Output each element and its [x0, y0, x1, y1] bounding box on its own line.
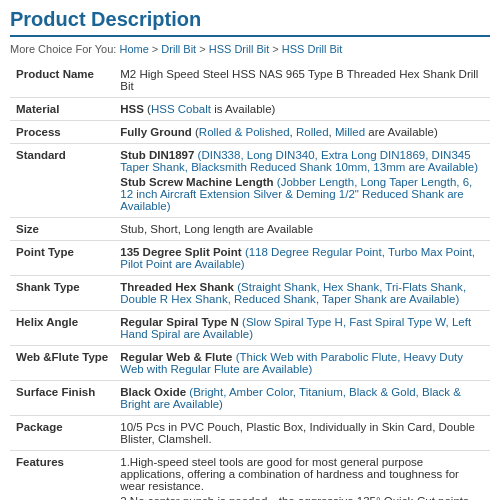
link-din338[interactable]: DIN338: [201, 149, 240, 161]
breadcrumb-hss-drill-bit-2[interactable]: HSS Drill Bit: [282, 43, 343, 55]
link-rolled[interactable]: Rolled: [296, 126, 329, 138]
value-shank-type: Threaded Hex Shank (Straight Shank, Hex …: [114, 276, 490, 311]
link-titanium[interactable]: Titanium: [299, 386, 343, 398]
page-wrapper: Product Description More Choice For You:…: [0, 0, 500, 500]
link-black-gold[interactable]: Black & Gold: [349, 386, 415, 398]
label-point-type: Point Type: [10, 241, 114, 276]
link-taper-shank[interactable]: Taper Shank: [322, 293, 387, 305]
page-title: Product Description: [10, 8, 490, 37]
row-features: Features 1.High-speed steel tools are go…: [10, 451, 490, 501]
link-milled[interactable]: Milled: [335, 126, 365, 138]
row-standard: Standard Stub DIN1897 (DIN338, Long DIN3…: [10, 144, 490, 218]
breadcrumb-hss-drill-bit-1[interactable]: HSS Drill Bit: [209, 43, 270, 55]
row-web-flute: Web &Flute Type Regular Web & Flute (Thi…: [10, 346, 490, 381]
label-material: Material: [10, 98, 114, 121]
feature-1: 1.High-speed steel tools are good for mo…: [120, 456, 484, 492]
link-turbo-max[interactable]: Turbo Max Point: [388, 246, 472, 258]
value-helix-angle: Regular Spiral Type N (Slow Spiral Type …: [114, 311, 490, 346]
link-amber[interactable]: Amber Color: [229, 386, 293, 398]
row-size: Size Stub, Short, Long length are Availa…: [10, 218, 490, 241]
value-material: HSS (HSS Cobalt is Available): [114, 98, 490, 121]
row-point-type: Point Type 135 Degree Split Point (118 D…: [10, 241, 490, 276]
link-bright[interactable]: Bright: [193, 386, 223, 398]
label-web-flute: Web &Flute Type: [10, 346, 114, 381]
breadcrumb-prefix: More Choice For You:: [10, 43, 116, 55]
label-surface-finish: Surface Finish: [10, 381, 114, 416]
link-hex-shank[interactable]: Hex Shank: [323, 281, 379, 293]
value-web-flute: Regular Web & Flute (Thick Web with Para…: [114, 346, 490, 381]
link-long-din340[interactable]: Long DIN340: [247, 149, 315, 161]
link-thick-web[interactable]: Thick Web with Parabolic Flute: [240, 351, 398, 363]
link-slow-spiral[interactable]: Slow Spiral Type H: [246, 316, 343, 328]
features-list: 1.High-speed steel tools are good for mo…: [120, 456, 484, 500]
value-point-type: 135 Degree Split Point (118 Degree Regul…: [114, 241, 490, 276]
link-118-degree[interactable]: 118 Degree Regular Point: [249, 246, 382, 258]
breadcrumb-home[interactable]: Home: [119, 43, 148, 55]
link-tri-flats[interactable]: Tri-Flats Shank: [385, 281, 463, 293]
label-features: Features: [10, 451, 114, 501]
link-reduced-shank[interactable]: Reduced Shank: [234, 293, 316, 305]
link-silver-deming[interactable]: Silver & Deming 1/2" Reduced Shank: [253, 188, 444, 200]
label-process: Process: [10, 121, 114, 144]
value-size: Stub, Short, Long length are Available: [114, 218, 490, 241]
link-rolled-polished[interactable]: Rolled & Polished: [199, 126, 290, 138]
link-jobber[interactable]: Jobber Length: [281, 176, 355, 188]
value-package: 10/5 Pcs in PVC Pouch, Plastic Box, Indi…: [114, 416, 490, 451]
row-product-name: Product Name M2 High Speed Steel HSS NAS…: [10, 63, 490, 98]
link-double-r[interactable]: Double R Hex Shank: [120, 293, 227, 305]
label-product-name: Product Name: [10, 63, 114, 98]
label-helix-angle: Helix Angle: [10, 311, 114, 346]
breadcrumb: More Choice For You: Home > Drill Bit > …: [10, 43, 490, 55]
row-helix-angle: Helix Angle Regular Spiral Type N (Slow …: [10, 311, 490, 346]
link-extra-long-din1869[interactable]: Extra Long DIN1869: [321, 149, 425, 161]
value-product-name: M2 High Speed Steel HSS NAS 965 Type B T…: [114, 63, 490, 98]
standard-stub-screw: Stub Screw Machine Length (Jobber Length…: [120, 176, 484, 212]
link-long-taper[interactable]: Long Taper Length: [361, 176, 457, 188]
link-pilot-point[interactable]: Pilot Point: [120, 258, 172, 270]
label-size: Size: [10, 218, 114, 241]
link-fast-spiral[interactable]: Fast Spiral Type W: [349, 316, 445, 328]
label-package: Package: [10, 416, 114, 451]
link-straight-shank[interactable]: Straight Shank: [241, 281, 316, 293]
feature-2: 2.No center punch is needed—the aggressi…: [120, 495, 484, 500]
row-process: Process Fully Ground (Rolled & Polished,…: [10, 121, 490, 144]
link-hss-cobalt[interactable]: HSS Cobalt: [151, 103, 211, 115]
label-standard: Standard: [10, 144, 114, 218]
value-features: 1.High-speed steel tools are good for mo…: [114, 451, 490, 501]
row-surface-finish: Surface Finish Black Oxide (Bright, Ambe…: [10, 381, 490, 416]
label-shank-type: Shank Type: [10, 276, 114, 311]
row-shank-type: Shank Type Threaded Hex Shank (Straight …: [10, 276, 490, 311]
value-surface-finish: Black Oxide (Bright, Amber Color, Titani…: [114, 381, 490, 416]
row-material: Material HSS (HSS Cobalt is Available): [10, 98, 490, 121]
description-table: Product Name M2 High Speed Steel HSS NAS…: [10, 63, 490, 500]
value-process: Fully Ground (Rolled & Polished, Rolled,…: [114, 121, 490, 144]
value-standard: Stub DIN1897 (DIN338, Long DIN340, Extra…: [114, 144, 490, 218]
row-package: Package 10/5 Pcs in PVC Pouch, Plastic B…: [10, 416, 490, 451]
breadcrumb-drill-bit[interactable]: Drill Bit: [161, 43, 196, 55]
standard-stub-din1897: Stub DIN1897 (DIN338, Long DIN340, Extra…: [120, 149, 484, 173]
